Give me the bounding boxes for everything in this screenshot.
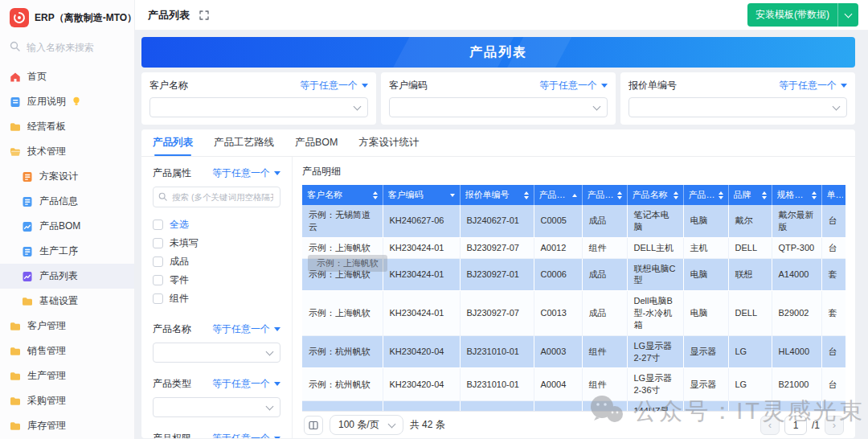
triangle-down-icon [274, 382, 280, 386]
sort-icon[interactable] [373, 191, 378, 199]
checkbox-select-all[interactable]: 全选 [153, 215, 280, 234]
table-cell: LG显示器2-36寸 [627, 368, 683, 401]
column-settings-icon[interactable] [304, 416, 323, 435]
table-cell: A0004 [534, 368, 582, 401]
sort-icon[interactable] [674, 191, 678, 199]
page-size-select[interactable]: 100 条/页 [330, 415, 403, 435]
column-header[interactable]: 报价单编号 [460, 185, 534, 205]
table-cell: Dell电脑B型-水冷机箱 [627, 291, 683, 336]
column-header[interactable]: 产品编码 [534, 185, 582, 205]
search-icon [158, 190, 167, 204]
sort-icon[interactable] [450, 194, 455, 197]
column-header[interactable]: 产品类型 [683, 185, 728, 205]
sort-icon[interactable] [762, 191, 767, 199]
sidebar-item-label: 库存管理 [27, 419, 66, 433]
sidebar-item-dashboard[interactable]: 经营看板 [0, 114, 134, 139]
filter-customer-name: 客户名称等于任意一个 [141, 72, 376, 125]
main-area: 产品列表 安装模板(带数据) 产品列表 客户名称等于任意一个客户编码等于任意一个… [135, 0, 868, 439]
attribute-search-input[interactable] [170, 191, 275, 203]
sidebar-search[interactable] [10, 40, 125, 55]
column-header[interactable]: 产品名称 [627, 185, 683, 205]
table-row[interactable]: 示例：上海帆软KH230424-01BJ230927-07C0013成品Dell… [302, 291, 845, 336]
sort-icon[interactable] [524, 191, 529, 199]
chevron-down-icon [266, 347, 274, 355]
install-template-button[interactable]: 安装模板(带数据) [747, 3, 858, 27]
checkbox-icon[interactable] [153, 256, 163, 267]
checkbox-not-filled[interactable]: 未填写 [153, 234, 280, 252]
table-row[interactable]: 示例：无锡简道云KH240627-06BJ240627-01C0005成品笔记本… [302, 205, 845, 237]
column-header[interactable]: 单位 [821, 185, 845, 205]
sort-icon[interactable] [719, 191, 723, 199]
sidebar-item-product-bom[interactable]: 产品BOM [0, 214, 134, 239]
sidebar-item-tech-mgmt[interactable]: 技术管理 [0, 139, 134, 164]
checkbox-part[interactable]: 零件 [153, 271, 280, 289]
table-cell: 组件 [582, 401, 627, 411]
sidebar-item-app-guide[interactable]: 应用说明 [0, 89, 134, 114]
tab-product-list[interactable]: 产品列表 [153, 129, 193, 156]
sidebar-item-home[interactable]: 首页 [0, 64, 134, 89]
sidebar-item-customer-mgmt[interactable]: 客户管理 [0, 314, 134, 338]
sidebar-item-basic-settings[interactable]: 基础设置 [0, 289, 134, 314]
sidebar-item-sales-mgmt[interactable]: 销售管理 [0, 338, 134, 363]
column-header[interactable]: 客户编码 [383, 185, 460, 205]
sidebar-item-label: 采购管理 [27, 394, 66, 408]
filter-operator[interactable]: 等于任意一个 [212, 322, 280, 336]
doc-icon [10, 96, 21, 108]
checkbox-icon[interactable] [153, 275, 163, 285]
filter-customer-code-select[interactable] [389, 97, 608, 117]
page-number-input[interactable] [784, 416, 807, 435]
table-row[interactable]: 示例：杭州帆软KH230420-04BJ231010-01A0004组件LG显示… [302, 368, 845, 401]
checkbox-icon[interactable] [153, 238, 163, 248]
tab-scheme-stats[interactable]: 方案设计统计 [358, 129, 419, 156]
chevron-down-icon [266, 402, 274, 410]
filter-customer-name-select[interactable] [149, 97, 368, 117]
filter-operator[interactable]: 等于任意一个 [539, 79, 608, 92]
filter-operator[interactable]: 等于任意一个 [779, 79, 847, 92]
checkbox-icon[interactable] [153, 293, 163, 304]
sort-icon[interactable] [572, 194, 577, 197]
sidebar-item-production-process[interactable]: 生产工序 [0, 239, 134, 264]
checkbox-icon[interactable] [153, 220, 163, 230]
sidebar-item-product-info[interactable]: 产品信息 [0, 189, 134, 214]
fullscreen-icon[interactable] [199, 10, 209, 20]
column-header[interactable]: 客户名称 [302, 185, 383, 205]
sidebar-item-product-list[interactable]: 产品列表 [0, 264, 134, 289]
tab-product-bom[interactable]: 产品BOM [295, 129, 338, 156]
install-template-label: 安装模板(带数据) [747, 3, 837, 27]
pagination: ‹ /1 › [760, 416, 844, 435]
table-cell: 成品 [582, 291, 627, 336]
attribute-search[interactable] [153, 187, 280, 207]
filter-operator[interactable]: 等于任意一个 [212, 377, 280, 391]
filter-operator[interactable]: 等于任意一个 [212, 432, 280, 438]
filter-product-name-select[interactable] [153, 343, 280, 363]
sidebar-search-input[interactable] [25, 41, 123, 54]
table-cell: BJ240627-01 [460, 205, 534, 237]
checkbox-component[interactable]: 组件 [153, 289, 280, 308]
attribute-operator[interactable]: 等于任意一个 [212, 166, 280, 180]
table-row[interactable]: 示例：杭州帆软KH230420-04BJ231010-01A0003组件LG显示… [302, 335, 845, 368]
checkbox-label: 零件 [170, 273, 189, 287]
column-header[interactable]: 产品属性 [582, 185, 627, 205]
chevron-down-icon[interactable] [837, 3, 858, 27]
sort-icon[interactable] [812, 191, 817, 199]
filter-product-type-select[interactable] [153, 397, 280, 417]
table-cell: KH230420-04 [383, 335, 460, 368]
sidebar-item-scheme-design[interactable]: 方案设计 [0, 164, 134, 189]
triangle-down-icon [274, 437, 280, 438]
table-cell: B21000 [772, 368, 821, 401]
filter-quote-number-select[interactable] [628, 97, 847, 117]
sidebar-item-inventory-mgmt[interactable]: 库存管理 [0, 413, 134, 438]
sidebar-item-purchase-mgmt[interactable]: 采购管理 [0, 388, 134, 413]
sidebar-item-production-mgmt[interactable]: 生产管理 [0, 363, 134, 388]
column-header[interactable]: 品牌 [728, 185, 772, 205]
table-row[interactable]: 示例：杭州帆软KH230420-04BJ230927-04A0009组件144H… [302, 401, 845, 411]
folder-icon [10, 396, 21, 407]
column-header[interactable]: 规格型号 [772, 185, 821, 205]
tab-process-route[interactable]: 产品工艺路线 [214, 129, 274, 156]
checkbox-finished[interactable]: 成品 [153, 252, 280, 271]
sort-icon[interactable] [617, 191, 622, 199]
sidebar-item-label: 生产工序 [39, 244, 78, 258]
next-page-button[interactable]: › [825, 416, 844, 435]
prev-page-button[interactable]: ‹ [760, 416, 780, 435]
filter-operator[interactable]: 等于任意一个 [300, 79, 368, 92]
